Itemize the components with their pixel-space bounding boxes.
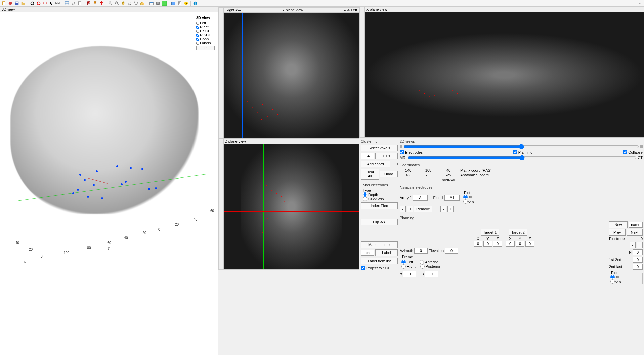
legend-item-lsce[interactable]: L SCE (196, 29, 215, 33)
plan-plot-one-radio[interactable]: One (610, 279, 641, 284)
mri-ct-slider[interactable] (407, 156, 637, 160)
project-sce-checkbox[interactable]: Project to SCE (361, 266, 398, 270)
lasso-icon[interactable] (42, 1, 48, 6)
elec-name-input[interactable] (444, 195, 460, 201)
d12-input[interactable] (633, 257, 643, 263)
array-name-input[interactable] (413, 195, 428, 201)
mni-icon[interactable]: MNI (55, 1, 60, 6)
t2-z-input[interactable] (525, 241, 534, 247)
name-input[interactable] (629, 222, 643, 228)
hand-icon[interactable] (121, 1, 126, 6)
arrow-icon[interactable] (49, 1, 54, 6)
plot-one-radio[interactable]: One (463, 199, 474, 204)
prev-button[interactable]: Prev (609, 229, 626, 236)
frame-posterior-radio[interactable]: Posterior (420, 264, 440, 269)
remove-button[interactable]: Remove (414, 206, 432, 212)
save-icon[interactable] (14, 1, 19, 6)
plot-all-radio[interactable]: All (463, 195, 474, 199)
window-icon[interactable] (149, 1, 154, 6)
z-scrollbar[interactable] (218, 139, 223, 270)
plan-plot-all-radio[interactable]: All (610, 275, 641, 279)
legend-item-left[interactable]: Left (196, 21, 215, 25)
legend-item-right[interactable]: Right (196, 25, 215, 29)
elec-plus-button[interactable]: + (637, 242, 643, 248)
home-icon[interactable] (140, 1, 145, 6)
zoom-in-icon[interactable] (108, 1, 113, 6)
elec-minus-button[interactable]: - (630, 242, 636, 248)
array-plus-button[interactable]: + (407, 206, 413, 212)
flag-red-icon[interactable] (86, 1, 91, 6)
n-input[interactable] (633, 249, 643, 255)
help-icon[interactable]: ? (183, 1, 189, 6)
slider-handle[interactable] (400, 145, 402, 148)
undo-view-icon[interactable] (133, 1, 139, 6)
elevation-input[interactable] (445, 248, 458, 254)
elec-minus-button[interactable]: - (440, 206, 446, 212)
zoom-out-icon[interactable] (114, 1, 120, 6)
t2-x-input[interactable] (506, 241, 515, 247)
beta-input[interactable] (425, 271, 438, 277)
grid-icon[interactable] (64, 1, 70, 6)
target1-button[interactable]: Target 1 (481, 229, 499, 236)
new-file-icon[interactable] (1, 1, 7, 6)
brain-icon[interactable] (8, 1, 13, 6)
undo-button[interactable]: Undo (380, 171, 398, 178)
xview-canvas[interactable] (364, 12, 644, 138)
slider-handle[interactable] (640, 145, 643, 148)
d2l-input[interactable] (633, 264, 643, 270)
flip-button[interactable]: Flip <-> (361, 219, 398, 225)
legend-item-labels[interactable]: Labels (196, 41, 215, 45)
clear-all-button[interactable]: Clear All (361, 169, 379, 180)
zview-canvas[interactable] (223, 144, 359, 270)
index-elec-button[interactable]: Index Elec (361, 202, 398, 209)
frame-left-radio[interactable]: Left (401, 260, 413, 264)
menu-icon[interactable]: ⌄ (637, 1, 643, 6)
alpha-input[interactable] (403, 271, 416, 277)
frame-anterior-radio[interactable]: Anterior (420, 260, 438, 264)
rect-icon[interactable] (155, 1, 161, 6)
new-button[interactable]: New (609, 221, 628, 228)
blue-box-icon[interactable] (171, 1, 176, 6)
rotate-icon[interactable] (127, 1, 132, 6)
opacity-slider[interactable] (403, 145, 639, 149)
flag-up-icon[interactable] (99, 1, 104, 6)
azimuth-input[interactable] (414, 248, 428, 254)
collapse-checkbox[interactable]: Collapse (623, 150, 643, 154)
info-icon[interactable]: i (192, 1, 198, 6)
type-depth-radio[interactable]: Depth (363, 192, 398, 197)
manual-index-button[interactable]: Manual Index (361, 241, 398, 248)
target2-button[interactable]: Target 2 (509, 229, 527, 236)
frame-right-radio[interactable]: Right (401, 264, 416, 269)
label-from-list-button[interactable]: Label from list (361, 258, 398, 264)
t1-z-input[interactable] (493, 241, 502, 247)
green-box-icon[interactable] (162, 1, 167, 6)
select-voxels-button[interactable]: Select voxels (361, 145, 398, 151)
legend-item-conn[interactable]: Conn (196, 37, 215, 41)
cluster-value-input[interactable] (361, 153, 374, 159)
next-button[interactable]: Next (627, 229, 643, 236)
grab-icon[interactable] (30, 1, 35, 6)
t1-y-input[interactable] (483, 241, 492, 247)
yview-canvas[interactable] (223, 13, 359, 139)
planning-checkbox[interactable]: Planning (513, 150, 533, 154)
view3d-canvas[interactable]: -100 -80 -60 -40 -20 0 20 40 60 y 0 20 4… (0, 12, 218, 355)
label-button[interactable]: Label (375, 249, 398, 256)
add-coord-button[interactable]: Add coord (361, 161, 390, 167)
t1-x-input[interactable] (474, 241, 482, 247)
type-grid-radio[interactable]: Grid/Strip (363, 197, 398, 201)
folder-icon[interactable] (20, 1, 26, 6)
electrodes-checkbox[interactable]: Electrodes (400, 150, 423, 154)
legend-r-button[interactable]: R (196, 46, 215, 50)
clus-button[interactable]: Clus (375, 153, 398, 159)
rotate3d-icon[interactable] (71, 1, 76, 6)
t2-y-input[interactable] (516, 241, 524, 247)
page-icon[interactable] (77, 1, 82, 6)
legend-item-rsce[interactable]: R SCE (196, 33, 215, 37)
flag-orange-icon[interactable] (92, 1, 98, 6)
doc2-icon[interactable] (177, 1, 182, 6)
x-scrollbar[interactable] (359, 7, 364, 138)
elec-plus-button[interactable]: + (447, 206, 454, 212)
grab-red-icon[interactable] (36, 1, 41, 6)
array-minus-button[interactable]: - (400, 206, 406, 212)
y-scrollbar[interactable] (218, 7, 223, 139)
